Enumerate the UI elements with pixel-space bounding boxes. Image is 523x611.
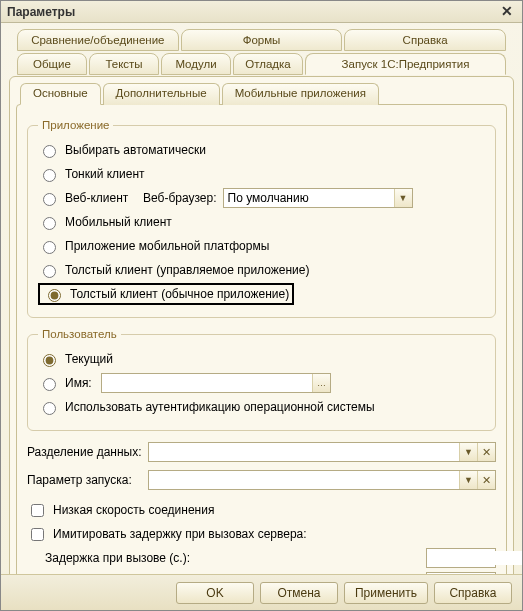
tab-help[interactable]: Справка	[344, 29, 506, 51]
delay-call-input[interactable]	[427, 551, 522, 565]
main-panel: Приложение Выбирать автоматически Тонкий…	[16, 104, 507, 574]
help-button[interactable]: Справка	[434, 582, 512, 604]
tab-debug[interactable]: Отладка	[233, 53, 303, 75]
data-separation-combo[interactable]: ▼ ✕	[148, 442, 496, 462]
label-current-user: Текущий	[65, 352, 113, 366]
user-name-combo[interactable]: …	[101, 373, 331, 393]
data-separation-input[interactable]	[149, 443, 459, 461]
radio-name-user[interactable]	[43, 378, 56, 391]
launch-param-input[interactable]	[149, 471, 459, 489]
tab-row-1: Сравнение/объединение Формы Справка	[9, 29, 514, 51]
web-browser-value[interactable]	[224, 189, 394, 207]
delay-send-spin[interactable]: ▲▼	[426, 572, 496, 574]
chevron-down-icon[interactable]: ▼	[394, 189, 412, 207]
label-thick-managed: Толстый клиент (управляемое приложение)	[65, 263, 309, 277]
chevron-down-icon[interactable]: ▼	[459, 471, 477, 489]
radio-auto[interactable]	[43, 145, 56, 158]
ok-button[interactable]: OK	[176, 582, 254, 604]
clear-icon[interactable]: ✕	[477, 443, 495, 461]
radio-mobile-platform[interactable]	[43, 241, 56, 254]
tab-modules[interactable]: Модули	[161, 53, 231, 75]
dialog-buttons: OK Отмена Применить Справка	[1, 574, 522, 610]
label-launch-param: Параметр запуска:	[27, 473, 142, 487]
label-web-browser: Веб-браузер:	[143, 191, 217, 205]
ellipsis-icon[interactable]: …	[312, 374, 330, 392]
radio-mobile[interactable]	[43, 217, 56, 230]
label-delay-call: Задержка при вызове (с.):	[45, 551, 420, 565]
tab-compare[interactable]: Сравнение/объединение	[17, 29, 179, 51]
label-auto: Выбирать автоматически	[65, 143, 206, 157]
user-name-input[interactable]	[102, 374, 312, 392]
label-name-user: Имя:	[65, 376, 95, 390]
close-icon[interactable]: ✕	[498, 4, 516, 20]
application-legend: Приложение	[38, 119, 113, 131]
label-os-auth: Использовать аутентификацию операционной…	[65, 400, 375, 414]
check-sim-delay[interactable]	[31, 528, 44, 541]
tab-texts[interactable]: Тексты	[89, 53, 159, 75]
inner-tab-mobile[interactable]: Мобильные приложения	[222, 83, 379, 105]
check-low-speed[interactable]	[31, 504, 44, 517]
label-sim-delay: Имитировать задержку при вызовах сервера…	[53, 527, 307, 541]
label-low-speed: Низкая скорость соединения	[53, 503, 214, 517]
user-group: Пользователь Текущий Имя: … Использовать…	[27, 328, 496, 431]
launch-param-combo[interactable]: ▼ ✕	[148, 470, 496, 490]
inner-tab-additional[interactable]: Дополнительные	[103, 83, 220, 105]
cancel-button[interactable]: Отмена	[260, 582, 338, 604]
radio-current-user[interactable]	[43, 354, 56, 367]
label-thick-ordinary: Толстый клиент (обычное приложение)	[70, 287, 289, 301]
window-title: Параметры	[7, 5, 498, 19]
title-bar: Параметры ✕	[1, 1, 522, 23]
content-area: Сравнение/объединение Формы Справка Общи…	[1, 23, 522, 574]
launch-panel: Основные Дополнительные Мобильные прилож…	[9, 76, 514, 574]
application-group: Приложение Выбирать автоматически Тонкий…	[27, 119, 496, 318]
highlighted-option: Толстый клиент (обычное приложение)	[38, 283, 294, 305]
radio-thin[interactable]	[43, 169, 56, 182]
inner-tab-main[interactable]: Основные	[20, 83, 101, 105]
label-data-separation: Разделение данных:	[27, 445, 142, 459]
delay-call-spin[interactable]: ▲▼	[426, 548, 496, 568]
label-mobile: Мобильный клиент	[65, 215, 172, 229]
radio-web[interactable]	[43, 193, 56, 206]
tab-general[interactable]: Общие	[17, 53, 87, 75]
parameters-dialog: Параметры ✕ Сравнение/объединение Формы …	[0, 0, 523, 611]
radio-thick-ordinary[interactable]	[48, 289, 61, 302]
label-thin: Тонкий клиент	[65, 167, 145, 181]
user-legend: Пользователь	[38, 328, 121, 340]
inner-tab-row: Основные Дополнительные Мобильные прилож…	[20, 83, 507, 105]
clear-icon[interactable]: ✕	[477, 471, 495, 489]
apply-button[interactable]: Применить	[344, 582, 428, 604]
label-mobile-platform: Приложение мобильной платформы	[65, 239, 269, 253]
tab-forms[interactable]: Формы	[181, 29, 343, 51]
radio-os-auth[interactable]	[43, 402, 56, 415]
tab-row-2: Общие Тексты Модули Отладка Запуск 1С:Пр…	[9, 53, 514, 75]
label-web: Веб-клиент	[65, 191, 137, 205]
chevron-down-icon[interactable]: ▼	[459, 443, 477, 461]
tab-launch-1c[interactable]: Запуск 1С:Предприятия	[305, 53, 506, 75]
web-browser-combo[interactable]: ▼	[223, 188, 413, 208]
radio-thick-managed[interactable]	[43, 265, 56, 278]
